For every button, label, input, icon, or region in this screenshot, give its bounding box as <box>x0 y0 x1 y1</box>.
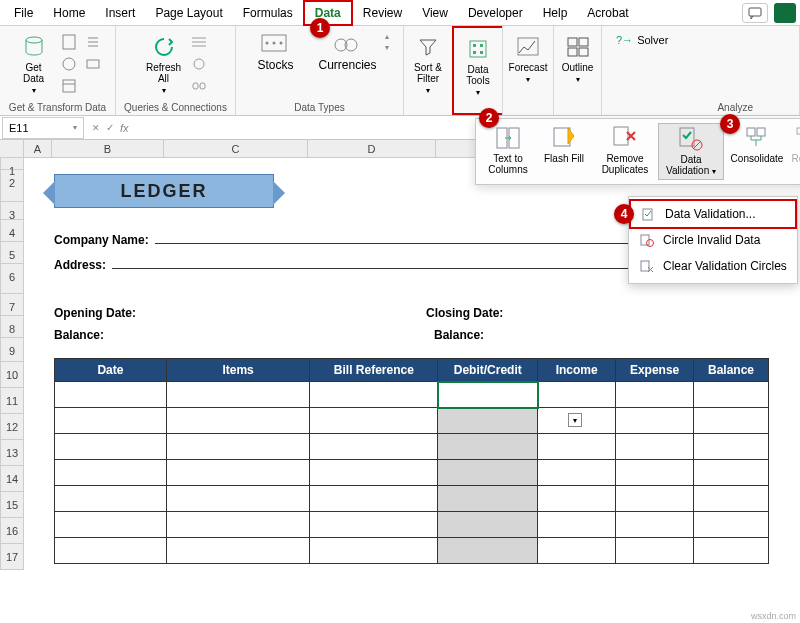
flash-fill-button[interactable]: Flash Fill <box>536 123 592 180</box>
row-1[interactable]: 1 <box>0 158 24 170</box>
cancel-icon[interactable]: ✕ <box>92 123 100 133</box>
share-button[interactable] <box>774 3 796 23</box>
get-data-button[interactable]: Get Data ▾ <box>12 32 56 97</box>
row-7[interactable]: 7 <box>0 294 24 316</box>
tab-formulas[interactable]: Formulas <box>233 2 303 24</box>
svg-point-13 <box>194 59 204 69</box>
svg-point-3 <box>63 58 75 70</box>
tab-review[interactable]: Review <box>353 2 412 24</box>
from-table-button[interactable] <box>58 76 80 96</box>
recent-sources-button[interactable] <box>82 32 104 52</box>
col-items: Items <box>166 359 310 382</box>
solver-button[interactable]: ?→ Solver <box>612 32 672 48</box>
tab-insert[interactable]: Insert <box>95 2 145 24</box>
row-2[interactable]: 2 <box>0 170 24 202</box>
row-4[interactable]: 4 <box>0 220 24 242</box>
tab-file[interactable]: File <box>4 2 43 24</box>
row-9[interactable]: 9 <box>0 338 24 362</box>
cell-dropdown-button[interactable]: ▾ <box>568 413 582 427</box>
row-3[interactable]: 3 <box>0 202 24 220</box>
svg-rect-28 <box>568 38 577 46</box>
svg-rect-2 <box>63 35 75 49</box>
name-box[interactable]: E11▾ <box>2 117 84 139</box>
table-row <box>55 408 769 434</box>
callout-4: 4 <box>614 204 634 224</box>
relationships-icon <box>796 127 800 149</box>
svg-rect-47 <box>641 261 649 271</box>
stocks-button[interactable]: Stocks <box>241 32 311 74</box>
col-expense: Expense <box>616 359 694 382</box>
comments-button[interactable] <box>742 3 768 23</box>
text-to-columns-button[interactable]: Text to Columns <box>480 123 536 180</box>
col-c[interactable]: C <box>164 140 308 157</box>
sort-filter-button[interactable]: Sort & Filter ▾ <box>408 32 448 97</box>
row-13[interactable]: 13 <box>0 440 24 466</box>
svg-rect-9 <box>87 60 99 68</box>
tab-developer[interactable]: Developer <box>458 2 533 24</box>
refresh-all-button[interactable]: Refresh All ▾ <box>142 32 186 97</box>
col-bill-ref: Bill Reference <box>310 359 438 382</box>
select-all-corner[interactable] <box>0 140 24 157</box>
remove-duplicates-button[interactable]: Remove Duplicates <box>592 123 658 180</box>
queries-button[interactable] <box>188 32 210 52</box>
outline-button[interactable]: Outline ▾ <box>558 32 597 86</box>
row-6[interactable]: 6 <box>0 264 24 294</box>
menu-clear-circles[interactable]: Clear Validation Circles <box>629 253 797 279</box>
watermark: wsxdn.com <box>751 611 796 621</box>
menu-data-validation[interactable]: Data Validation... <box>629 199 797 229</box>
currencies-button[interactable]: Currencies <box>313 32 383 74</box>
table-row <box>55 486 769 512</box>
enter-icon[interactable]: ✓ <box>106 122 114 133</box>
refresh-icon <box>153 36 175 58</box>
row-15[interactable]: 15 <box>0 492 24 518</box>
properties-button[interactable] <box>188 54 210 74</box>
row-14[interactable]: 14 <box>0 466 24 492</box>
row-16[interactable]: 16 <box>0 518 24 544</box>
existing-conn-button[interactable] <box>82 54 104 74</box>
closing-date-label: Closing Date: <box>426 306 503 320</box>
callout-3: 3 <box>720 114 740 134</box>
group-data-types: Data Types <box>240 100 399 115</box>
col-d[interactable]: D <box>308 140 436 157</box>
tab-view[interactable]: View <box>412 2 458 24</box>
data-tools-popover: Text to Columns Flash Fill Remove Duplic… <box>475 118 800 185</box>
fx-icon[interactable]: fx <box>120 122 129 134</box>
svg-rect-27 <box>518 38 538 55</box>
from-text-button[interactable] <box>58 32 80 52</box>
data-tools-button[interactable]: Data Tools ▾ <box>458 34 498 99</box>
svg-point-46 <box>647 240 654 247</box>
from-web-button[interactable] <box>58 54 80 74</box>
row-8[interactable]: 8 <box>0 316 24 338</box>
svg-rect-35 <box>614 127 628 145</box>
row-10[interactable]: 10 <box>0 362 24 388</box>
svg-rect-15 <box>200 83 205 89</box>
table-row <box>55 538 769 564</box>
tab-help[interactable]: Help <box>533 2 578 24</box>
menu-circle-invalid[interactable]: Circle Invalid Data <box>629 227 797 253</box>
tab-acrobat[interactable]: Acrobat <box>577 2 638 24</box>
svg-point-18 <box>272 42 275 45</box>
svg-rect-30 <box>568 48 577 56</box>
forecast-button[interactable]: Forecast ▾ <box>507 32 550 86</box>
edit-links-button[interactable] <box>188 76 210 96</box>
callout-1: 1 <box>310 18 330 38</box>
svg-rect-4 <box>63 80 75 92</box>
col-a[interactable]: A <box>24 140 52 157</box>
row-5[interactable]: 5 <box>0 242 24 264</box>
svg-rect-39 <box>747 128 755 136</box>
row-11[interactable]: 11 <box>0 388 24 414</box>
data-validation-split-button[interactable]: Data Validation ▾ <box>658 123 724 180</box>
col-b[interactable]: B <box>52 140 164 157</box>
relationships-button[interactable]: Relatio <box>790 123 800 180</box>
data-validation-menu: Data Validation... Circle Invalid Data C… <box>628 196 798 284</box>
table-header-row: Date Items Bill Reference Debit/Credit I… <box>55 359 769 382</box>
row-12[interactable]: 12 <box>0 414 24 440</box>
menubar: File Home Insert Page Layout Formulas Da… <box>0 0 800 26</box>
group-transform: Get & Transform Data <box>4 100 111 115</box>
table-row <box>55 512 769 538</box>
opening-date-label: Opening Date: <box>54 306 136 320</box>
tab-page-layout[interactable]: Page Layout <box>145 2 232 24</box>
row-17[interactable]: 17 <box>0 544 24 570</box>
comment-icon <box>748 7 762 19</box>
tab-home[interactable]: Home <box>43 2 95 24</box>
